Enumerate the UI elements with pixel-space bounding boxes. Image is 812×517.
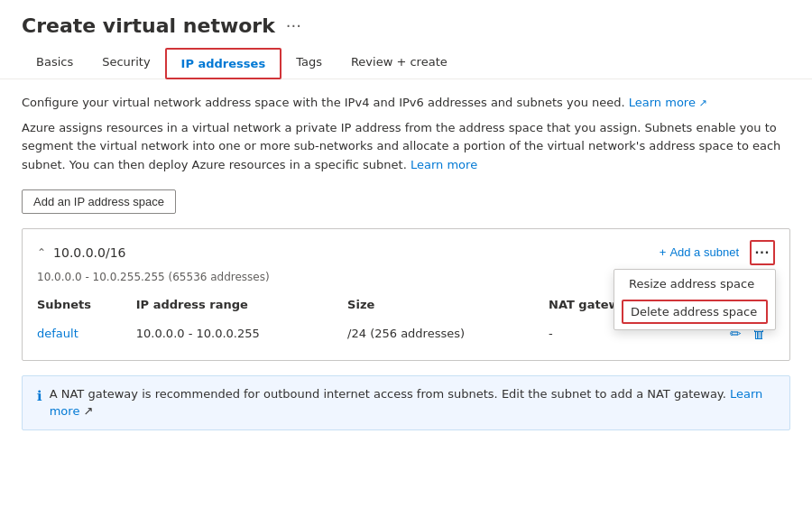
add-ip-address-space-button[interactable]: Add an IP address space (22, 189, 176, 214)
header-more-icon[interactable]: ··· (286, 16, 301, 35)
subnet-ip-range-cell: 10.0.0.0 - 10.0.0.255 (136, 319, 347, 349)
info-icon: ℹ (37, 386, 42, 407)
collapse-icon[interactable]: ⌃ (37, 246, 46, 259)
plus-icon: + (660, 245, 667, 259)
dropdown-menu: Resize address space Delete address spac… (614, 269, 776, 330)
address-space-cidr: 10.0.0.0/16 (53, 245, 125, 260)
info-text: A NAT gateway is recommended for outboun… (50, 385, 775, 420)
more-btn-container: ··· Resize address space Delete address … (750, 240, 775, 265)
address-space-card: ⌃ 10.0.0.0/16 + Add a subnet ··· Resize … (22, 228, 790, 361)
subnet-size-cell: /24 (256 addresses) (347, 319, 549, 349)
tab-review-create[interactable]: Review + create (337, 48, 462, 79)
learn-more-link-2[interactable]: Learn more (411, 158, 477, 171)
address-space-actions: + Add a subnet ··· Resize address space … (660, 240, 775, 265)
main-content: Configure your virtual network address s… (0, 79, 812, 445)
subnet-name-cell: default (37, 319, 136, 349)
learn-more-nat-ext-icon: ↗ (84, 404, 94, 418)
description-1: Configure your virtual network address s… (22, 94, 790, 112)
info-bar: ℹ A NAT gateway is recommended for outbo… (22, 375, 790, 430)
resize-address-space-item[interactable]: Resize address space (614, 270, 775, 294)
col-subnets: Subnets (37, 294, 136, 319)
address-space-title: ⌃ 10.0.0.0/16 (37, 245, 125, 260)
delete-address-space-item[interactable]: Delete address space (622, 300, 768, 324)
tab-ip-addresses[interactable]: IP addresses (165, 48, 282, 79)
tab-tags[interactable]: Tags (281, 48, 337, 79)
more-options-button[interactable]: ··· (750, 240, 775, 265)
subnet-name-link[interactable]: default (37, 327, 78, 340)
address-space-header: ⌃ 10.0.0.0/16 + Add a subnet ··· Resize … (37, 240, 775, 265)
col-size: Size (347, 294, 549, 319)
col-ip-range: IP address range (136, 294, 347, 319)
add-subnet-button[interactable]: + Add a subnet (660, 245, 739, 259)
description-2: Azure assigns resources in a virtual net… (22, 119, 790, 175)
tab-bar: Basics Security IP addresses Tags Review… (0, 48, 812, 79)
tab-security[interactable]: Security (88, 48, 164, 79)
page-title: Create virtual network (22, 14, 275, 37)
tab-basics[interactable]: Basics (22, 48, 88, 79)
learn-more-link-1[interactable]: Learn more (629, 96, 707, 109)
